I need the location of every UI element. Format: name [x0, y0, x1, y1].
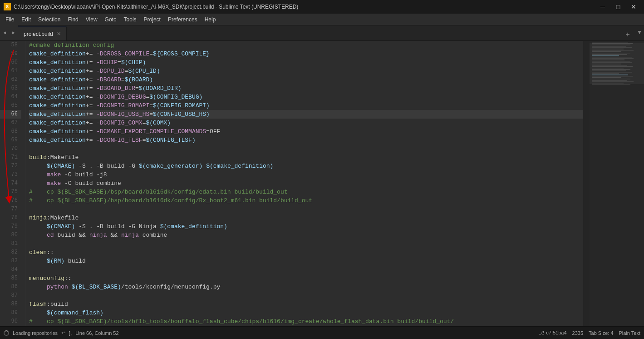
status-right: ⎇ c7f51ba4 2335 Tab Size: 4 Plain Text: [539, 330, 640, 336]
svg-rect-1: [592, 42, 628, 43]
code-line-83: $(RM) build: [29, 257, 583, 265]
code-line-61: cmake_definition+= -DCPU_ID=$(CPU_ID): [29, 67, 583, 75]
line-number-61: 61: [0, 67, 21, 75]
code-line-75: # cp $(BL_SDK_BASE)/bsp/board/bl616dk/co…: [29, 188, 583, 196]
line-number-91: 91: [0, 326, 21, 326]
line-number-70: 70: [0, 145, 21, 153]
line-number-75: 75: [0, 188, 21, 196]
code-line-84: [29, 265, 583, 274]
code-line-62: cmake_definition+= -DBOARD=$(BOARD): [29, 75, 583, 84]
lines-count: 2335: [572, 330, 583, 336]
loading-spinner: [4, 330, 9, 336]
vertical-scrollbar[interactable]: [583, 41, 590, 326]
menu-item-file[interactable]: File: [2, 14, 18, 25]
code-line-58: #cmake definition config: [29, 41, 583, 50]
close-button[interactable]: ✕: [627, 2, 640, 11]
code-line-76: # cp $(BL_SDK_BASE)/bsp/board/bl616dk/co…: [29, 196, 583, 205]
line-number-78: 78: [0, 214, 21, 222]
menu-item-tools[interactable]: Tools: [120, 14, 140, 25]
line-number-79: 79: [0, 222, 21, 231]
menu-item-selection[interactable]: Selection: [34, 14, 64, 25]
tab-nav-left[interactable]: ◀: [0, 25, 9, 40]
menu-item-preferences[interactable]: Preferences: [164, 14, 201, 25]
menu-item-edit[interactable]: Edit: [18, 14, 34, 25]
line-number-64: 64: [0, 93, 21, 101]
editor-area: 5859606162636465666768697071727374757677…: [0, 41, 644, 326]
line-number-68: 68: [0, 127, 21, 136]
line-number-88: 88: [0, 300, 21, 309]
line-number-62: 62: [0, 75, 21, 84]
line-number-77: 77: [0, 205, 21, 214]
tab-project-build[interactable]: project.build ✕: [18, 27, 67, 40]
code-line-85: menuconfig::: [29, 274, 583, 283]
git-hash: ⎇ c7f51ba4: [539, 330, 566, 336]
tab-menu-button[interactable]: ▼: [635, 25, 644, 40]
minimap[interactable]: [590, 41, 644, 326]
line-number-90: 90: [0, 317, 21, 326]
code-line-86: python $(BL_SDK_BASE)/tools/kconfig/menu…: [29, 283, 583, 291]
line-number-89: 89: [0, 309, 21, 317]
code-line-80: cd build && ninja && ninja combine: [29, 231, 583, 239]
tab-close-button[interactable]: ✕: [57, 31, 61, 36]
code-line-68: cmake_definition+= -DCMAKE_EXPORT_COMPIL…: [29, 127, 583, 136]
line-number-84: 84: [0, 265, 21, 274]
code-line-73: make -C build -j8: [29, 170, 583, 179]
code-line-71: build:Makefile: [29, 153, 583, 162]
menu-item-goto[interactable]: Goto: [101, 14, 120, 25]
menu-bar: FileEditSelectionFindViewGotoToolsProjec…: [0, 14, 644, 25]
code-line-81: [29, 239, 583, 248]
line-number-58: 58: [0, 41, 21, 50]
minimap-visual: [590, 41, 644, 326]
code-line-90: # cp $(BL_SDK_BASE)/tools/bflb_tools/bou…: [29, 317, 583, 326]
status-left: Loading repositories ↩ ], Line 66, Colum…: [4, 330, 119, 336]
tab-size: Tab Size: 4: [589, 330, 613, 336]
new-tab-button[interactable]: +: [622, 30, 633, 40]
status-bar: Loading repositories ↩ ], Line 66, Colum…: [0, 326, 644, 339]
git-icon: ↩: [61, 330, 65, 336]
minimize-button[interactable]: ─: [596, 2, 610, 11]
line-number-82: 82: [0, 248, 21, 257]
line-col-text: Line 66, Column 52: [75, 330, 118, 336]
line-number-87: 87: [0, 291, 21, 300]
menu-item-project[interactable]: Project: [140, 14, 164, 25]
code-line-91: efuse:: [29, 326, 583, 326]
menu-item-view[interactable]: View: [82, 14, 101, 25]
code-editor[interactable]: #cmake definition configcmake_definition…: [25, 41, 583, 326]
line-number-69: 69: [0, 136, 21, 145]
sublime-icon: S: [4, 3, 11, 10]
title-bar-controls: ─ □ ✕: [596, 2, 640, 11]
tab-nav-right[interactable]: ▶: [9, 25, 18, 40]
line-numbers: 5859606162636465666768697071727374757677…: [0, 41, 25, 326]
code-line-70: [29, 145, 583, 153]
code-line-66: cmake_definition+= -DCONFIG_USB_HS=$(CON…: [29, 110, 583, 119]
tab-label: project.build: [24, 31, 53, 37]
line-number-86: 86: [0, 283, 21, 291]
window-title: C:\Users\tengy\Desktop\xiaoan\AiPi-Open-…: [14, 4, 298, 10]
code-line-79: $(CMAKE) -S . -B build -G Ninja $(cmake_…: [29, 222, 583, 231]
code-line-77: [29, 205, 583, 214]
line-number-59: 59: [0, 50, 21, 58]
line-number-85: 85: [0, 274, 21, 283]
position-text: ],: [69, 330, 72, 336]
code-line-59: cmake_definition+= -DCROSS_COMPILE=${CRO…: [29, 50, 583, 58]
svg-rect-33: [590, 43, 644, 84]
code-line-67: cmake_definition+= -DCONFIG_COMX=$(COMX): [29, 119, 583, 127]
code-line-64: cmake_definition+= -DCONFIG_DEBUG=$(CONF…: [29, 93, 583, 101]
line-number-67: 67: [0, 119, 21, 127]
line-number-80: 80: [0, 231, 21, 239]
line-number-74: 74: [0, 179, 21, 188]
menu-item-help[interactable]: Help: [201, 14, 220, 25]
line-number-60: 60: [0, 58, 21, 67]
code-line-72: $(CMAKE) -S . -B build -G $(cmake_genera…: [29, 162, 583, 170]
code-line-74: make -C build combine: [29, 179, 583, 188]
title-bar: S C:\Users\tengy\Desktop\xiaoan\AiPi-Ope…: [0, 0, 644, 14]
maximize-button[interactable]: □: [611, 2, 625, 11]
line-number-66: 66: [0, 110, 21, 119]
svg-rect-32: [592, 84, 630, 85]
menu-item-find[interactable]: Find: [64, 14, 82, 25]
line-number-72: 72: [0, 162, 21, 170]
code-line-88: flash:build: [29, 300, 583, 309]
line-number-81: 81: [0, 239, 21, 248]
line-number-76: 76: [0, 196, 21, 205]
encoding: Plain Text: [619, 330, 641, 336]
